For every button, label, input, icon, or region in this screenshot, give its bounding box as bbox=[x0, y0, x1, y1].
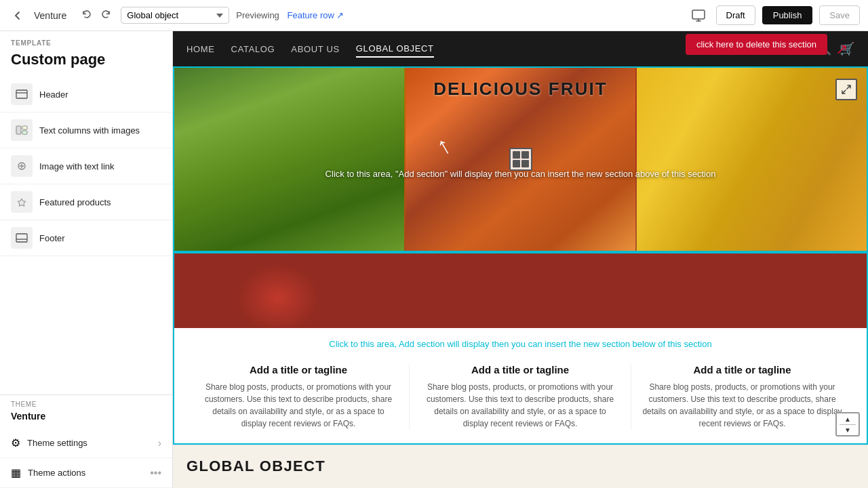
section-top-image bbox=[174, 253, 867, 328]
undo-redo-group bbox=[79, 6, 114, 25]
main-layout: TEMPLATE Custom page Header Text columns… bbox=[0, 31, 868, 488]
svg-rect-7 bbox=[16, 234, 27, 242]
cyan-instruction[interactable]: Click to this area, Add section will dis… bbox=[174, 335, 867, 353]
sidebar-item-featured-products[interactable]: Featured products bbox=[0, 184, 172, 220]
svg-rect-3 bbox=[16, 126, 21, 134]
peppers-background bbox=[174, 253, 867, 328]
footer-icon bbox=[11, 227, 33, 249]
global-object-title: GLOBAL OBJECT bbox=[186, 458, 854, 475]
bottom-annotations: Click here to move section Up or Down ( … bbox=[173, 485, 868, 488]
text-col-body-2: Share blog posts, products, or promotion… bbox=[420, 381, 620, 430]
topbar-icons bbox=[688, 5, 709, 26]
add-section-icon-top[interactable] bbox=[509, 148, 532, 171]
nav-icons: 🔍 🛒 bbox=[816, 41, 854, 56]
template-label: TEMPLATE bbox=[0, 31, 172, 49]
sidebar-item-text-columns[interactable]: Text columns with images bbox=[0, 113, 172, 148]
object-select[interactable]: Global object bbox=[121, 7, 229, 24]
publish-button[interactable]: Publish bbox=[762, 6, 813, 24]
preview-link[interactable]: Feature row ↗ bbox=[287, 10, 344, 20]
sidebar-item-image-text[interactable]: Image with text link bbox=[0, 148, 172, 184]
preview-area[interactable]: HOME CATALOG ABOUT US GLOBAL OBJECT 🔍 🛒 … bbox=[173, 31, 868, 488]
text-column-2: Add a title or tagline Share blog posts,… bbox=[410, 364, 631, 430]
preview-label: Previewing Feature row ↗ bbox=[236, 10, 344, 20]
section-below-click-area[interactable]: Click to this area, Add section will dis… bbox=[174, 328, 867, 353]
page-title: Custom page bbox=[0, 49, 172, 77]
rearrange-icon[interactable]: ▲ ▼ bbox=[835, 412, 860, 436]
text-col-body-1: Share blog posts, products, or promotion… bbox=[199, 381, 398, 430]
sidebar-item-label: Featured products bbox=[39, 197, 111, 207]
text-col-title-1: Add a title or tagline bbox=[199, 364, 398, 375]
fruit-section[interactable]: DELICIOUS FRUIT Click to this are bbox=[173, 66, 868, 252]
store-title: Venture bbox=[34, 10, 66, 21]
text-columns-section[interactable]: Click to this area, Add section will dis… bbox=[173, 252, 868, 445]
topbar: Venture Global object Previewing Feature… bbox=[0, 0, 868, 31]
sidebar-bottom: THEME Venture ⚙ Theme settings › ▦ Theme… bbox=[0, 394, 172, 488]
back-button[interactable] bbox=[8, 6, 27, 25]
text-col-body-3: Share blog posts, products, or promotion… bbox=[642, 381, 842, 430]
nav-home[interactable]: HOME bbox=[186, 41, 215, 57]
theme-settings-item[interactable]: ⚙ Theme settings › bbox=[0, 428, 172, 458]
text-column-1: Add a title or tagline Share blog posts,… bbox=[188, 364, 410, 430]
sidebar-item-header[interactable]: Header bbox=[0, 77, 172, 113]
text-columns-grid: Add a title or tagline Share blog posts,… bbox=[174, 353, 867, 443]
header-icon bbox=[11, 83, 33, 105]
grid-icon: ▦ bbox=[11, 466, 21, 479]
undo-button[interactable] bbox=[79, 6, 95, 25]
monitor-icon[interactable] bbox=[688, 5, 709, 26]
text-column-3: Add a title or tagline Share blog posts,… bbox=[631, 364, 853, 430]
theme-actions-label: Theme actions bbox=[28, 468, 143, 478]
svg-rect-1 bbox=[16, 90, 27, 98]
sidebar-item-label: Footer bbox=[39, 233, 65, 243]
sidebar-item-footer[interactable]: Footer bbox=[0, 220, 172, 256]
svg-rect-0 bbox=[692, 10, 705, 19]
text-columns-icon bbox=[11, 119, 33, 141]
featured-products-icon bbox=[11, 191, 33, 213]
svg-rect-4 bbox=[22, 126, 27, 129]
nav-global-object[interactable]: GLOBAL OBJECT bbox=[356, 41, 434, 58]
redo-button[interactable] bbox=[98, 6, 114, 25]
preview-nav: HOME CATALOG ABOUT US GLOBAL OBJECT 🔍 🛒 … bbox=[173, 31, 868, 66]
nav-about[interactable]: ABOUT US bbox=[291, 41, 339, 57]
draft-button[interactable]: Draft bbox=[716, 5, 755, 25]
theme-label: THEME bbox=[0, 395, 172, 409]
more-icon: ••• bbox=[150, 467, 161, 479]
settings-gear-icon: ⚙ bbox=[11, 436, 20, 449]
delete-section-banner: click here to delete this section bbox=[686, 34, 827, 55]
fruit-background[interactable]: DELICIOUS FRUIT Click to this are bbox=[174, 68, 867, 251]
fruit-title: DELICIOUS FRUIT bbox=[174, 79, 867, 100]
theme-name: Venture bbox=[0, 409, 172, 428]
text-col-title-2: Add a title or tagline bbox=[420, 364, 620, 375]
expand-icon[interactable] bbox=[835, 79, 857, 100]
chevron-right-icon: › bbox=[158, 437, 161, 449]
theme-actions-item[interactable]: ▦ Theme actions ••• bbox=[0, 458, 172, 488]
save-button[interactable]: Save bbox=[819, 5, 860, 25]
sidebar: TEMPLATE Custom page Header Text columns… bbox=[0, 31, 173, 488]
image-text-icon bbox=[11, 155, 33, 177]
search-icon[interactable]: 🔍 bbox=[816, 41, 831, 56]
sidebar-item-label: Header bbox=[39, 89, 68, 100]
svg-rect-5 bbox=[22, 131, 27, 134]
rearrange-down: ▼ bbox=[844, 426, 851, 434]
cart-icon[interactable]: 🛒 bbox=[840, 41, 854, 56]
theme-settings-label: Theme settings bbox=[27, 438, 151, 448]
rearrange-up: ▲ bbox=[844, 415, 851, 423]
sidebar-item-label: Image with text link bbox=[39, 161, 115, 171]
nav-catalog[interactable]: CATALOG bbox=[231, 41, 275, 57]
global-object-section: GLOBAL OBJECT bbox=[173, 445, 868, 485]
text-col-title-3: Add a title or tagline bbox=[642, 364, 842, 375]
sidebar-item-label: Text columns with images bbox=[39, 125, 140, 136]
